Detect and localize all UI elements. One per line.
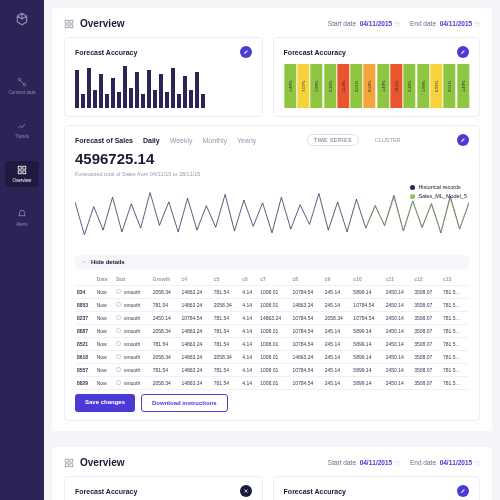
details-table: DateStatGrowthc4c5c6c7c8c9c10c11c12c13 8… — [75, 273, 469, 390]
edit-button[interactable] — [457, 485, 469, 497]
svg-rect-11 — [395, 22, 400, 26]
svg-rect-18 — [475, 461, 480, 465]
end-date[interactable]: 04/11/2015 — [440, 459, 473, 466]
toggle-time-series[interactable]: TIME SERIES — [307, 134, 359, 146]
svg-rect-8 — [70, 20, 73, 23]
table-row[interactable]: 8887Nowsmooth2058.3414863.24781.544.1410… — [75, 325, 469, 338]
sidebar-item-alerts[interactable]: Alerts — [5, 205, 39, 231]
close-edit-button[interactable] — [240, 485, 252, 497]
table-row[interactable]: 8618Nowsmooth2058.3414863.242058.344.141… — [75, 351, 469, 364]
svg-rect-4 — [18, 171, 21, 174]
overview-icon — [64, 19, 74, 29]
table-row[interactable]: 834Nowsmooth2058.3414863.24781.544.14100… — [75, 286, 469, 299]
tab-weekly[interactable]: Weekly — [170, 137, 193, 144]
edit-button[interactable] — [240, 46, 252, 58]
table-row[interactable]: 8853Nowsmooth781.5414863.242058.344.1410… — [75, 299, 469, 312]
svg-rect-3 — [23, 166, 26, 169]
edit-button[interactable] — [457, 46, 469, 58]
svg-rect-15 — [65, 463, 68, 466]
screen-overview-copy: Overview Start date 04/11/2015 End date … — [52, 447, 492, 500]
forecast-total: 4596725.14 — [75, 150, 469, 167]
svg-rect-5 — [23, 171, 26, 174]
table-row[interactable]: 8237Nowsmooth2450.1410784.54781.544.1414… — [75, 312, 469, 325]
table-row[interactable]: 8829Nowsmooth2058.3414863.24781.544.1410… — [75, 377, 469, 390]
svg-rect-16 — [70, 463, 73, 466]
card-title: Forecast Accuracy — [75, 49, 137, 56]
card-forecast-accuracy-heat: Forecast Accuracy 1.48%7.07%1.68%0.24%11… — [273, 37, 480, 117]
sidebar-item-trends[interactable]: Trends — [5, 117, 39, 143]
end-date[interactable]: 04/11/2015 — [440, 20, 473, 27]
forecast-subtitle: Forecasted total of Sales from 04/11/15 … — [75, 171, 469, 177]
table-row[interactable]: 8557Nowsmooth781.5414863.24781.544.14100… — [75, 364, 469, 377]
card-forecast-accuracy-bar: Forecast Accuracy — [64, 37, 263, 117]
app-logo — [15, 12, 29, 27]
screen-overview: Overview Start date 04/11/2015 End date … — [52, 8, 492, 431]
svg-rect-17 — [395, 461, 400, 465]
download-button[interactable]: Download instructions — [141, 394, 228, 412]
svg-rect-7 — [65, 20, 68, 23]
overview-icon — [64, 458, 74, 468]
svg-rect-14 — [70, 459, 73, 462]
tab-yearly[interactable]: Yearly — [237, 137, 256, 144]
toggle-details[interactable]: Hide details — [75, 255, 469, 269]
svg-rect-10 — [70, 24, 73, 27]
svg-rect-9 — [65, 24, 68, 27]
card-forecast-sales: Forecast of Sales Daily Weekly Monthly Y… — [64, 125, 480, 421]
heatmap-chart: 1.48%7.07%1.68%0.24%11.4%2.01%8.92%1.48%… — [284, 64, 469, 108]
page-title: Overview — [80, 18, 124, 29]
card-title: Forecast Accuracy — [75, 488, 137, 495]
card-forecast-accuracy-bar: Forecast Accuracy Barchart X Axis Foreca… — [64, 476, 263, 500]
svg-rect-12 — [475, 22, 480, 26]
tab-daily[interactable]: Daily — [143, 137, 160, 144]
date-range: Start date 04/11/2015 End date 04/11/201… — [328, 20, 480, 27]
tab-monthly[interactable]: Monthly — [203, 137, 228, 144]
save-button[interactable]: Save changes — [75, 394, 135, 412]
svg-rect-13 — [65, 459, 68, 462]
sidebar-item-connect-data[interactable]: Connect data — [5, 73, 39, 99]
table-row[interactable]: 8521Nowsmooth781.5414863.24781.544.14100… — [75, 338, 469, 351]
start-date[interactable]: 04/11/2015 — [360, 20, 393, 27]
bar-chart — [75, 64, 252, 108]
date-range: Start date 04/11/2015 End date 04/11/201… — [328, 459, 480, 466]
start-date[interactable]: 04/11/2015 — [360, 459, 393, 466]
edit-button[interactable] — [457, 134, 469, 146]
section-label: Forecast of Sales — [75, 137, 133, 144]
card-title: Forecast Accuracy — [284, 49, 346, 56]
sidebar-item-overview[interactable]: Overview — [5, 161, 39, 187]
card-forecast-accuracy-heat: Forecast Accuracy 1.48%7.07%1.68%0.24%11… — [273, 476, 480, 500]
toggle-cluster[interactable]: CLUSTER — [369, 135, 407, 145]
page-title: Overview — [80, 457, 124, 468]
line-chart — [75, 181, 469, 251]
sidebar: Connect data Trends Overview Alerts User… — [0, 0, 44, 500]
svg-rect-2 — [18, 166, 21, 169]
card-title: Forecast Accuracy — [284, 488, 346, 495]
